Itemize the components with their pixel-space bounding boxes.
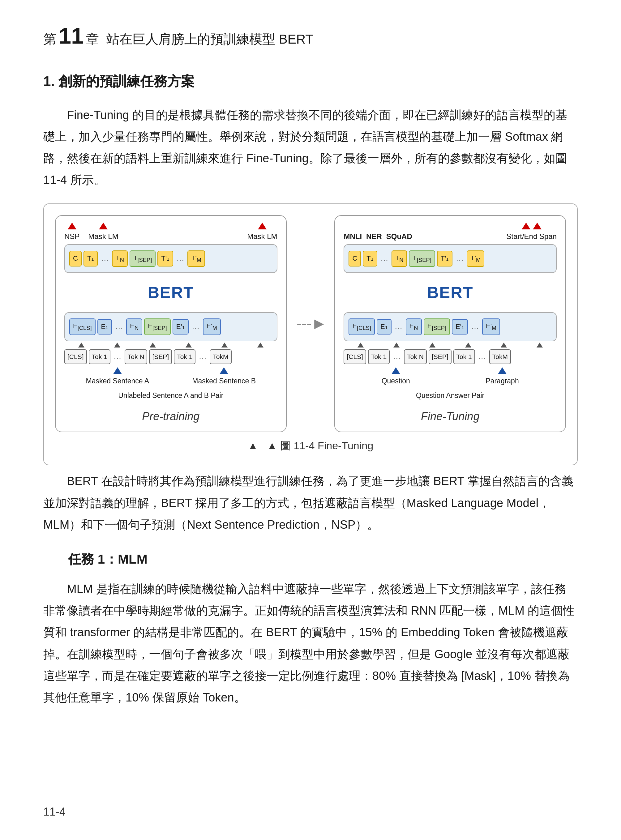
tok-T1: T₁ <box>83 251 98 266</box>
inp-TokN: Tok N <box>125 350 147 365</box>
left-input-row: [CLS] Tok 1 … Tok N [SEP] Tok 1 … TokM <box>64 350 277 365</box>
tok-TN: TN <box>112 250 128 267</box>
paragraph-1: Fine-Tuning 的目的是根據具體任務的需求替換不同的後端介面，即在已經訓… <box>43 104 578 191</box>
right-bert-label: BERT <box>344 274 557 311</box>
bottom-label-masked-a: Masked Sentence A <box>86 375 149 387</box>
r-blue-arr-1 <box>392 367 400 374</box>
emb-E1b: E'₁ <box>173 319 189 335</box>
tok-TSEP: T[SEP] <box>130 250 156 267</box>
figure-box: NSP Mask LM Mask LM C T₁ … <box>43 203 578 466</box>
up-arr-6 <box>257 342 264 348</box>
left-embed-row: E[CLS] E₁ … EN E[SEP] E'₁ … E'M <box>69 318 273 335</box>
r-tok-T1: T₁ <box>363 251 377 266</box>
inp-Tok1: Tok 1 <box>89 350 111 365</box>
finetuning-label-bottom: Fine-Tuning <box>344 407 557 426</box>
startend-label: Start/End Span <box>506 230 557 243</box>
end-arrow <box>533 222 542 229</box>
r-up-arr-6 <box>536 342 543 348</box>
r-tok-C: C <box>348 251 361 266</box>
r-bottom-label-qa: Question Answer Pair <box>344 389 557 402</box>
r-emb-E1b: E'₁ <box>452 319 468 335</box>
pretraining-label: Pre-training <box>64 407 277 426</box>
dashed-right-arrow: - - - ► <box>297 309 325 338</box>
r-up-arr-5 <box>501 342 507 348</box>
section-title: 1. 創新的預訓練任務方案 <box>43 69 578 93</box>
masklm2-arrow <box>258 222 267 229</box>
up-arr-3 <box>150 342 156 348</box>
r-inp-TokM: TokM <box>489 350 511 365</box>
r-emb-E1: E₁ <box>377 319 392 335</box>
figure-triangle: ▲ <box>248 440 258 451</box>
emb-ESEP: E[SEP] <box>144 318 171 335</box>
squad-label: SQuAD <box>386 230 412 243</box>
ner-label: NER <box>366 230 382 243</box>
r-tok-TM: T'M <box>467 250 484 267</box>
blue-arr-1 <box>113 367 122 374</box>
r-up-arr-4 <box>465 342 471 348</box>
bottom-label-masked-b: Masked Sentence B <box>192 375 256 387</box>
r-inp-Tok1b: Tok 1 <box>453 350 475 365</box>
left-output-row: C T₁ … TN T[SEP] T'₁ … T'M <box>69 250 273 267</box>
r-up-arr-2 <box>393 342 400 348</box>
tok-T1b: T'₁ <box>158 251 173 266</box>
left-embed-panel: E[CLS] E₁ … EN E[SEP] E'₁ … E'M <box>64 312 277 341</box>
up-arr-2 <box>114 342 120 348</box>
masklm-label: Mask LM <box>88 230 118 243</box>
figure-caption: ▲ ▲ 圖 11-4 Fine-Tuning <box>55 437 566 455</box>
emb-EM: E'M <box>203 318 221 335</box>
chapter-prefix: 第 <box>43 28 56 51</box>
r-emb-ESEP: E[SEP] <box>424 318 450 335</box>
r-tok-TN: TN <box>392 250 407 267</box>
emb-EN: EN <box>126 318 142 335</box>
up-arr-4 <box>186 342 192 348</box>
up-arr-5 <box>221 342 228 348</box>
emb-E1: E₁ <box>97 319 112 335</box>
r-inp-Tok1: Tok 1 <box>368 350 390 365</box>
right-output-panel: C T₁ … TN T[SEP] T'₁ … T'M <box>344 244 557 273</box>
left-output-panel: C T₁ … TN T[SEP] T'₁ … T'M <box>64 244 277 273</box>
figure-inner: NSP Mask LM Mask LM C T₁ … <box>55 215 566 432</box>
start-arrow <box>522 222 530 229</box>
paragraph-3: MLM 是指在訓練的時候隨機從輸入語料中遮蔽掉一些單字，然後透過上下文預測該單字… <box>43 578 578 708</box>
chapter-suffix: 章 <box>86 28 99 51</box>
tok-TM: T'M <box>188 250 205 267</box>
tok-C: C <box>69 251 82 266</box>
emb-CLS: E[CLS] <box>69 318 95 335</box>
subsection-title: 任務 1：MLM <box>68 548 578 571</box>
right-input-row: [CLS] Tok 1 … Tok N [SEP] Tok 1 … TokM <box>344 350 557 365</box>
masklm-arrow <box>99 222 108 229</box>
inp-CLS: [CLS] <box>64 350 87 365</box>
panel-separator: - - - ► <box>297 215 325 432</box>
chapter-title: 站在巨人肩膀上的預訓練模型 BERT <box>106 28 313 51</box>
figure-caption-text: ▲ 圖 11-4 Fine-Tuning <box>267 440 373 451</box>
r-tok-T1b: T'₁ <box>437 251 453 266</box>
right-embed-row: E[CLS] E₁ … EN E[SEP] E'₁ … E'M <box>348 318 552 335</box>
r-emb-CLS: E[CLS] <box>348 318 375 335</box>
r-inp-CLS: [CLS] <box>344 350 366 365</box>
pretraining-panel: NSP Mask LM Mask LM C T₁ … <box>55 215 287 432</box>
masklm2-label: Mask LM <box>247 230 277 243</box>
r-emb-EM: E'M <box>482 318 500 335</box>
inp-Tok1b: Tok 1 <box>174 350 195 365</box>
finetuning-panel: MNLI NER SQuAD Start/End Span C T₁ <box>334 215 566 432</box>
right-embed-panel: E[CLS] E₁ … EN E[SEP] E'₁ … E'M <box>344 312 557 341</box>
paragraph-2: BERT 在設計時將其作為預訓練模型進行訓練任務，為了更進一步地讓 BERT 掌… <box>43 470 578 536</box>
r-up-arr-1 <box>357 342 364 348</box>
inp-TokM: TokM <box>210 350 231 365</box>
r-inp-SEP: [SEP] <box>429 350 451 365</box>
blue-arr-2 <box>220 367 228 374</box>
left-bert-label: BERT <box>64 274 277 311</box>
r-bottom-label-question: Question <box>382 375 410 387</box>
r-bottom-label-paragraph: Paragraph <box>486 375 519 387</box>
r-tok-TSEP: T[SEP] <box>409 250 435 267</box>
r-inp-TokN: Tok N <box>404 350 427 365</box>
up-arr-1 <box>78 342 85 348</box>
nsp-arrow <box>68 222 76 229</box>
mnli-label: MNLI <box>344 230 362 243</box>
r-emb-EN: EN <box>406 318 422 335</box>
nsp-label: NSP <box>64 230 79 243</box>
inp-SEP: [SEP] <box>149 350 172 365</box>
right-output-row: C T₁ … TN T[SEP] T'₁ … T'M <box>348 250 552 267</box>
chapter-header: 第 11 章 站在巨人肩膀上的預訓練模型 BERT <box>43 25 578 51</box>
bottom-label-unlabeled: Unlabeled Sentence A and B Pair <box>64 389 277 402</box>
